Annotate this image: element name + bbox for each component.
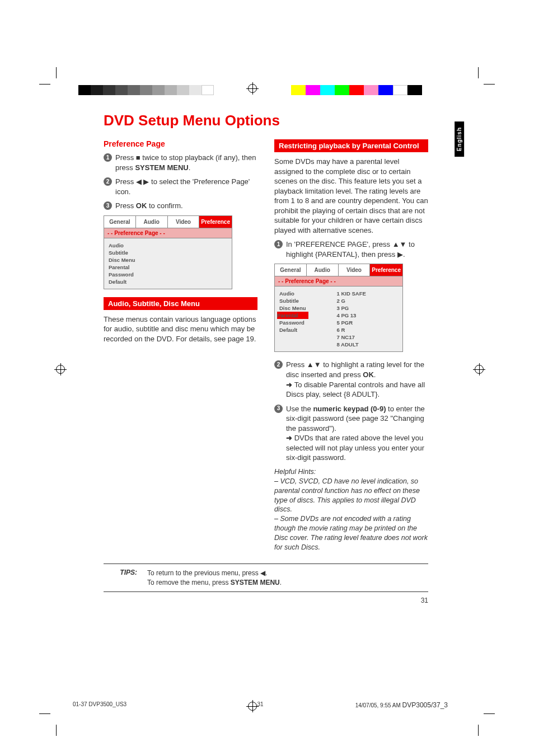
ui-subtitle: - - Preference Page - - xyxy=(104,228,232,238)
ui-tab-preference: Preference xyxy=(370,264,402,276)
preference-page-ui-mock: General Audio Video Preference - - Prefe… xyxy=(104,215,232,289)
result-arrow-icon: ➜ xyxy=(286,434,294,442)
audio-subtitle-disc-para: These menus contain various language opt… xyxy=(104,314,257,344)
preference-page-heading: Preference Page xyxy=(104,139,257,148)
ui-tab-general: General xyxy=(275,264,307,276)
footer-page: 31 xyxy=(257,701,263,707)
left-step-1: 1 Press ■ twice to stop playback (if any… xyxy=(104,153,257,172)
ui-tab-video: Video xyxy=(339,264,371,276)
crop-marks-bottom xyxy=(50,713,484,741)
page-title: DVD Setup Menu Options xyxy=(104,112,428,129)
right-arrow-icon: ▶ xyxy=(397,250,403,259)
audio-subtitle-disc-heading: Audio, Subtitle, Disc Menu xyxy=(104,297,257,310)
parental-ui-mock: General Audio Video Preference - - Prefe… xyxy=(274,264,403,352)
step-badge-1: 1 xyxy=(274,240,283,248)
ui-tab-audio: Audio xyxy=(307,264,339,276)
ui-body: Audio Subtitle Disc Menu Parental Passwo… xyxy=(104,238,232,289)
step-badge-3: 3 xyxy=(274,405,283,413)
footer-timestamp: 14/07/05, 9:55 AM xyxy=(355,702,401,708)
page-number: 31 xyxy=(104,597,428,604)
stop-icon: ■ xyxy=(136,153,140,162)
up-down-arrow-icon: ▲▼ xyxy=(392,240,407,248)
step-badge-2: 2 xyxy=(274,360,283,369)
parental-control-heading: Restricting playback by Parental Control xyxy=(274,139,428,152)
helpful-hints: Helpful Hints: – VCD, SVCD, CD have no l… xyxy=(274,467,428,552)
ui-tab-general: General xyxy=(104,216,136,228)
registration-mark-right xyxy=(473,363,485,375)
ui-tab-preference: Preference xyxy=(199,216,232,228)
parental-intro: Some DVDs may have a parental level assi… xyxy=(274,157,428,235)
step-badge-1: 1 xyxy=(104,153,112,162)
registration-mark-left xyxy=(54,363,67,375)
result-arrow-icon: ➜ xyxy=(286,381,294,389)
page-content: English DVD Setup Menu Options Preferenc… xyxy=(104,112,428,604)
print-footer: 01-37 DVP3500_US3 31 14/07/05, 9:55 AM D… xyxy=(73,701,448,709)
ui-subtitle: - - Preference Page - - xyxy=(275,276,402,287)
left-column: Preference Page 1 Press ■ twice to stop … xyxy=(104,139,257,552)
language-tab: English xyxy=(455,121,464,157)
footer-file: 01-37 DVP3500_US3 xyxy=(73,701,127,709)
footer-model: DVP3005/37_3 xyxy=(402,701,448,709)
step-badge-3: 3 xyxy=(104,201,112,210)
registration-mark-top xyxy=(246,82,259,95)
right-step-3: 3 Use the numeric keypad (0-9) to enter … xyxy=(274,404,428,463)
left-right-arrow-icon: ◀ ▶ xyxy=(136,177,149,186)
tips-footer: TIPS: To return to the previous menu, pr… xyxy=(104,564,428,593)
tips-label: TIPS: xyxy=(104,569,137,588)
right-step-1: 1 In 'PREFERENCE PAGE', press ▲▼ to high… xyxy=(274,240,428,259)
ui-selected-rating: 1 KID SAFE xyxy=(337,290,366,297)
up-down-arrow-icon: ▲▼ xyxy=(307,360,321,369)
right-step-2: 2 Press ▲▼ to highlight a rating level f… xyxy=(274,360,428,399)
right-column: Restricting playback by Parental Control… xyxy=(274,139,428,552)
ui-selected-parental: Parental xyxy=(277,312,308,319)
calibration-bar-color xyxy=(291,85,422,95)
step-badge-2: 2 xyxy=(104,177,112,186)
calibration-bar-grayscale xyxy=(78,85,214,95)
left-step-3: 3 Press OK to confirm. xyxy=(104,201,257,211)
left-step-2: 2 Press ◀ ▶ to select the 'Preference Pa… xyxy=(104,177,257,196)
left-arrow-icon: ◀ xyxy=(260,569,265,577)
ui-tab-video: Video xyxy=(168,216,200,228)
ui-tab-audio: Audio xyxy=(136,216,168,228)
ui-body: Audio Subtitle Disc Menu Parental Passwo… xyxy=(275,287,402,351)
